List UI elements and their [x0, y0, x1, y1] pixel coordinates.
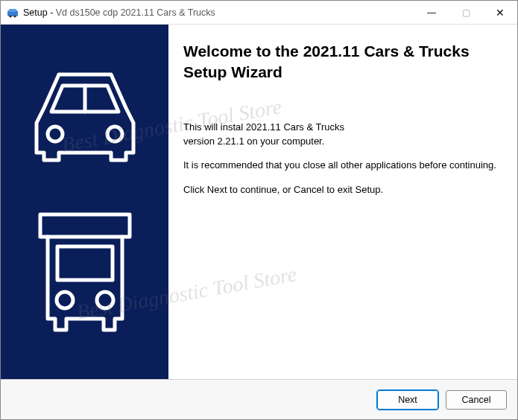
truck-icon: [22, 203, 148, 352]
titlebar-title: Setup - Vd ds150e cdp 2021.11 Cars & Tru…: [23, 7, 414, 18]
setup-window: Setup - Vd ds150e cdp 2021.11 Cars & Tru…: [0, 0, 518, 420]
titlebar-prefix: Setup -: [23, 7, 56, 18]
body-line2: version 2.21.1 on your computer.: [183, 136, 324, 147]
titlebar: Setup - Vd ds150e cdp 2021.11 Cars & Tru…: [1, 1, 517, 25]
svg-point-2: [10, 15, 12, 17]
svg-rect-1: [9, 9, 16, 12]
car-icon: [22, 52, 148, 179]
install-description: This will instal 2021.11 Cars & Trucks v…: [183, 121, 504, 149]
titlebar-appname: Vd ds150e cdp 2021.11 Cars & Trucks: [56, 7, 215, 18]
setup-icon: [7, 7, 19, 19]
svg-point-5: [48, 127, 63, 141]
svg-point-6: [107, 127, 122, 141]
maximize-button: ▢: [449, 1, 483, 24]
close-button[interactable]: ✕: [483, 1, 517, 24]
instruction-text: Click Next to continue, or Cancel to exi…: [183, 183, 504, 197]
main-panel: Welcome to the 2021.11 Cars & Trucks Set…: [168, 25, 517, 379]
footer-bar: Next Cancel: [1, 379, 517, 419]
cancel-button[interactable]: Cancel: [446, 390, 507, 410]
side-graphic-panel: [1, 25, 168, 379]
welcome-heading: Welcome to the 2021.11 Cars & Trucks Set…: [183, 41, 504, 83]
minimize-button[interactable]: —: [414, 1, 449, 24]
svg-rect-8: [57, 246, 113, 280]
content-area: Best Diagnostic Tool Store Best Diagnost…: [1, 25, 517, 379]
window-controls: — ▢ ✕: [414, 1, 517, 24]
body-line1: This will instal 2021.11 Cars & Trucks: [183, 121, 344, 133]
svg-point-9: [57, 292, 73, 308]
svg-point-10: [97, 292, 113, 308]
recommendation-text: It is recommended that you close all oth…: [183, 159, 504, 173]
svg-rect-7: [40, 214, 130, 237]
next-button[interactable]: Next: [377, 390, 438, 410]
svg-point-3: [14, 15, 16, 17]
